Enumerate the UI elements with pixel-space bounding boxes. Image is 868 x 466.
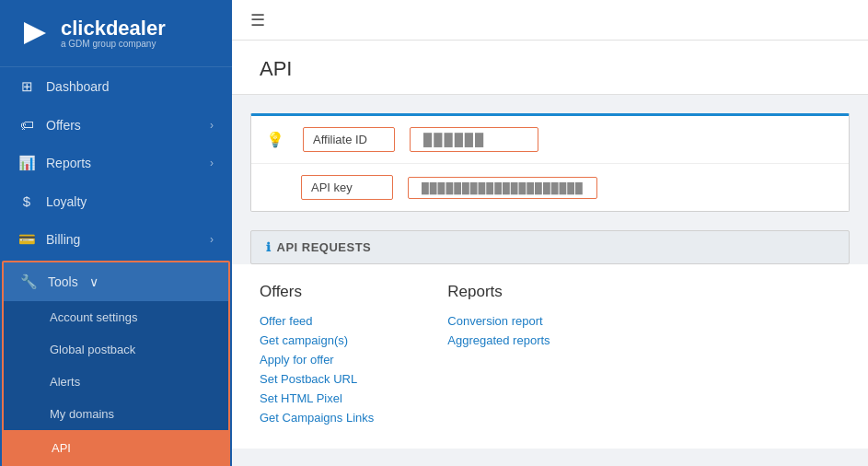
sidebar-item-my-domains[interactable]: My domains [4,398,228,430]
sidebar-item-account-settings[interactable]: Account settings [4,301,228,333]
sidebar-item-alerts[interactable]: Alerts [4,366,228,398]
api-requests-section: ℹ API REQUESTS [250,230,850,264]
reports-icon: 📊 [18,155,35,171]
reports-column-title: Reports [447,283,550,301]
reports-links-column: Reports Conversion report Aggregated rep… [447,283,550,430]
tools-subnav: Account settings Global postback Alerts … [4,301,228,466]
sidebar-item-billing[interactable]: 💳 Billing › [0,220,232,259]
sidebar-item-loyalty[interactable]: $ Loyalty [0,182,232,220]
sidebar-item-global-postback[interactable]: Global postback [4,333,228,366]
api-key-row: API key ████████████████████ [251,164,849,211]
api-requests-title: API REQUESTS [277,240,372,254]
billing-icon: 💳 [18,231,35,248]
affiliate-id-value: ██████ [410,127,538,152]
get-campaigns-link[interactable]: Get campaign(s) [260,333,374,347]
chevron-right-icon: › [210,119,214,132]
sidebar: clickdealer a GDM group company ⊞ Dashbo… [0,0,232,466]
global-postback-label: Global postback [50,343,135,356]
get-campaigns-links-link[interactable]: Get Campaigns Links [260,411,374,425]
aggregated-reports-link[interactable]: Aggregated reports [447,333,550,347]
sidebar-item-offers-label: Offers [46,118,81,133]
api-links-container: Offers Offer feed Get campaign(s) Apply … [232,264,868,449]
api-label: API [52,441,71,455]
sidebar-item-dashboard-label: Dashboard [46,79,110,94]
main-content: ☰ API 💡 Affiliate ID ██████ API key ████… [232,0,868,466]
sidebar-item-tools[interactable]: 🔧 Tools ∨ [4,262,228,301]
api-key-label: API key [301,175,393,200]
account-settings-label: Account settings [50,310,137,324]
set-postback-url-link[interactable]: Set Postback URL [260,372,374,386]
affiliate-id-label: Affiliate ID [303,127,395,152]
tools-section: 🔧 Tools ∨ Account settings Global postba… [2,261,230,466]
loyalty-icon: $ [18,193,35,209]
sidebar-item-reports-label: Reports [46,156,91,170]
sidebar-item-reports[interactable]: 📊 Reports › [0,144,232,182]
offers-links-column: Offers Offer feed Get campaign(s) Apply … [260,283,374,430]
sidebar-nav: ⊞ Dashboard 🏷 Offers › 📊 Reports › $ Loy… [0,67,232,466]
tools-icon: 🔧 [20,274,37,290]
offer-feed-link[interactable]: Offer feed [260,314,374,328]
offers-icon: 🏷 [18,117,35,133]
sidebar-item-dashboard[interactable]: ⊞ Dashboard [0,67,232,106]
hamburger-menu[interactable]: ☰ [250,10,265,30]
info-circle-icon: ℹ [266,240,272,254]
sidebar-item-billing-label: Billing [46,232,80,247]
api-requests-header: ℹ API REQUESTS [251,231,849,263]
info-icon: 💡 [266,131,284,148]
svg-marker-0 [24,22,46,44]
logo: clickdealer a GDM group company [0,0,232,67]
chevron-right-icon: › [210,157,214,169]
my-domains-label: My domains [50,407,114,421]
conversion-report-link[interactable]: Conversion report [447,314,550,328]
topbar: ☰ [232,0,868,41]
content-area: API 💡 Affiliate ID ██████ API key ██████… [232,41,868,466]
chevron-right-icon: › [210,233,214,246]
chevron-down-icon: ∨ [89,274,98,289]
offers-column-title: Offers [260,283,374,301]
dashboard-icon: ⊞ [18,78,35,95]
set-html-pixel-link[interactable]: Set HTML Pixel [260,391,374,405]
sidebar-item-offers[interactable]: 🏷 Offers › [0,106,232,144]
api-key-value: ████████████████████ [408,177,597,199]
sidebar-item-api[interactable]: API [4,430,228,466]
logo-icon [18,17,52,50]
page-title: API [232,41,868,95]
api-credentials-section: 💡 Affiliate ID ██████ API key ██████████… [250,113,850,212]
affiliate-id-row: 💡 Affiliate ID ██████ [251,116,849,164]
apply-for-offer-link[interactable]: Apply for offer [260,353,374,367]
brand-name: clickdealer [61,18,166,39]
sidebar-item-tools-label: Tools [48,274,78,289]
alerts-label: Alerts [50,375,80,389]
brand-tagline: a GDM group company [61,39,166,49]
sidebar-item-loyalty-label: Loyalty [46,194,87,209]
